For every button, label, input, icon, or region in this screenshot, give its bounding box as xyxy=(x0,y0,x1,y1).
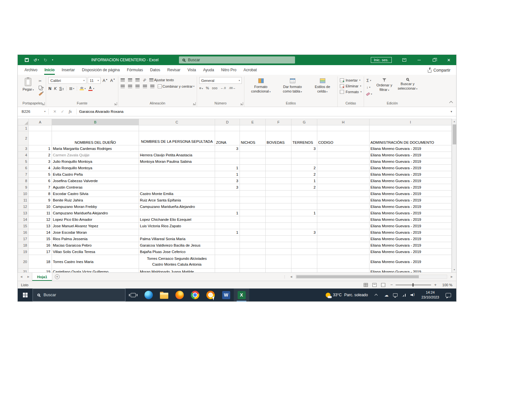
cell-H3[interactable] xyxy=(317,145,369,152)
cell-F3[interactable] xyxy=(266,145,291,152)
cell-I8[interactable]: Eliana Moreno Guevara - 2019 xyxy=(369,178,452,184)
cell-B18[interactable]: Macias Garaicoa Pebro xyxy=(52,242,139,249)
cell-G9[interactable]: 2 xyxy=(291,184,317,191)
cell-E15[interactable] xyxy=(240,223,266,229)
cell-G15[interactable] xyxy=(291,223,317,229)
cell-G12[interactable] xyxy=(291,203,317,210)
row-header-5[interactable]: 5 xyxy=(18,158,29,165)
align-bottom-icon[interactable] xyxy=(135,78,140,82)
customize-qat-icon[interactable]: ▾ xyxy=(52,59,53,61)
cell-F9[interactable] xyxy=(266,184,291,191)
cell-C1[interactable] xyxy=(139,125,215,131)
row-header-19[interactable]: 19 xyxy=(18,249,29,255)
cell-I2[interactable]: ADMINISTRACIÓN DE DOCUMENTO xyxy=(369,131,452,145)
cell-G7[interactable]: 2 xyxy=(291,171,317,178)
cell-B6[interactable]: Julio Ronquillo Montoya xyxy=(52,165,139,171)
italic-button[interactable]: K xyxy=(54,86,56,91)
cell-C7[interactable] xyxy=(139,171,215,178)
cell-D14[interactable] xyxy=(215,216,240,223)
cell-D3[interactable]: 3 xyxy=(215,145,240,152)
row-header-20[interactable]: 20 xyxy=(18,255,29,269)
cell-G14[interactable] xyxy=(291,216,317,223)
column-header-H[interactable]: H xyxy=(317,119,369,125)
cell-H14[interactable] xyxy=(317,216,369,223)
cell-H7[interactable] xyxy=(317,171,369,178)
cell-B2[interactable]: NOMBRES DEL DUEÑO xyxy=(52,131,139,145)
name-box[interactable]: B226 xyxy=(18,107,48,116)
row-header-4[interactable]: 4 xyxy=(18,152,29,158)
cell-F21[interactable] xyxy=(266,269,291,273)
cell-C15[interactable]: Luis Victoria Rios Zapato xyxy=(139,223,215,229)
cell-I11[interactable]: Eliana Moreno Guevara - 2019 xyxy=(369,197,452,203)
underline-button[interactable]: S xyxy=(59,86,64,91)
row-header-21[interactable]: 21 xyxy=(18,269,29,273)
cell-C16[interactable] xyxy=(139,229,215,236)
cell-D20[interactable] xyxy=(215,255,240,269)
font-size-select[interactable]: 11 xyxy=(88,77,101,84)
cell-H18[interactable] xyxy=(317,242,369,249)
cell-E12[interactable] xyxy=(240,203,266,210)
cell-C18[interactable]: Garaicoa Valdiviezo Bacilia de Jesus xyxy=(139,242,215,249)
cell-B21[interactable]: Castellano Oyala Victor Guillermo xyxy=(52,269,139,273)
menu-tab-acrobat[interactable]: Acrobat xyxy=(240,65,260,75)
cell-B4[interactable]: Carmen Zavala Quijije xyxy=(52,152,139,158)
cell-I9[interactable]: Eliana Moreno Guevara - 2019 xyxy=(369,184,452,191)
cell-D13[interactable]: 1 xyxy=(215,210,240,216)
vertical-scroll-thumb[interactable] xyxy=(453,124,456,144)
zoom-slider[interactable] xyxy=(396,285,431,285)
cut-button[interactable]: ✂ xyxy=(39,79,44,83)
scroll-down-icon[interactable]: ▼ xyxy=(452,267,456,272)
next-sheet-icon[interactable]: ▶ xyxy=(25,273,32,281)
cell-A21[interactable]: 19 xyxy=(29,269,52,273)
insert-cells-button[interactable]: Insertar xyxy=(340,78,361,82)
cell-C19[interactable]: Bajaña Pluas Jose Ceferico xyxy=(139,249,215,255)
align-right-icon[interactable] xyxy=(135,85,140,88)
cell-G19[interactable] xyxy=(291,249,317,255)
zoom-in-icon[interactable]: + xyxy=(434,282,437,287)
cell-I21[interactable]: Eliana Moreno Guevara - 2019 xyxy=(369,269,452,273)
cell-D8[interactable]: 3 xyxy=(215,178,240,184)
cell-F6[interactable] xyxy=(266,165,291,171)
format-cells-button[interactable]: Formato xyxy=(340,90,361,94)
action-center-icon[interactable] xyxy=(446,293,451,297)
clear-button[interactable] xyxy=(366,92,372,96)
onedrive-cloud-icon[interactable]: ☁ xyxy=(384,293,389,297)
cell-C2[interactable]: NOMBRES DE LA PERSONA SEPULTADA xyxy=(139,131,215,145)
expand-formula-bar-icon[interactable]: ▼ xyxy=(447,107,456,116)
cell-B14[interactable]: Lopez Pico Elio Amador xyxy=(52,216,139,223)
cell-B10[interactable]: Escodar Castro Silvia xyxy=(52,191,139,197)
cell-H8[interactable] xyxy=(317,178,369,184)
cell-A7[interactable]: 5 xyxy=(29,171,52,178)
cell-H15[interactable] xyxy=(317,223,369,229)
cell-G6[interactable]: 2 xyxy=(291,165,317,171)
cell-F18[interactable] xyxy=(266,242,291,249)
cell-G3[interactable]: 3 xyxy=(291,145,317,152)
bold-button[interactable]: N xyxy=(48,86,51,91)
cell-D15[interactable] xyxy=(215,223,240,229)
cell-A6[interactable]: 4 xyxy=(29,165,52,171)
cell-E5[interactable] xyxy=(240,158,266,165)
taskbar-clock[interactable]: 14:24 23/10/2023 xyxy=(418,290,443,300)
start-button[interactable] xyxy=(18,289,33,301)
row-header-3[interactable]: 3 xyxy=(18,145,29,152)
wrap-text-button[interactable]: Ajustar texto xyxy=(149,78,174,82)
cell-C17[interactable]: Palma Villareal Sonia Maria xyxy=(139,236,215,242)
delete-cells-button[interactable]: Eliminar xyxy=(340,84,361,88)
cell-F4[interactable] xyxy=(266,152,291,158)
cell-F1[interactable] xyxy=(266,125,291,131)
align-middle-icon[interactable] xyxy=(128,78,132,82)
scroll-left-icon[interactable]: ◀ xyxy=(288,275,295,278)
cell-F15[interactable] xyxy=(266,223,291,229)
borders-button[interactable]: ⊞ xyxy=(69,87,74,91)
cell-C14[interactable]: Lopez Chichande Elio Ezequiel xyxy=(139,216,215,223)
display-icon[interactable] xyxy=(393,293,398,297)
scroll-up-icon[interactable]: ▲ xyxy=(452,119,456,124)
cell-F14[interactable] xyxy=(266,216,291,223)
decrease-indent-icon[interactable] xyxy=(143,85,147,88)
column-header-C[interactable]: C xyxy=(139,119,215,125)
horizontal-scrollbar[interactable] xyxy=(296,275,447,279)
dialog-launcher-icon[interactable] xyxy=(114,102,117,105)
file-explorer-taskbar-button[interactable] xyxy=(156,289,172,301)
cell-E13[interactable] xyxy=(240,210,266,216)
increase-font-button[interactable]: A▲ xyxy=(102,78,108,83)
